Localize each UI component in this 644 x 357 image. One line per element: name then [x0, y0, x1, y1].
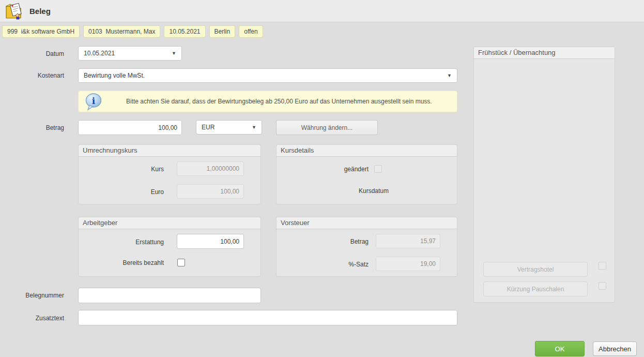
page-title: Beleg	[29, 0, 51, 22]
chevron-down-icon: ▼	[252, 125, 256, 130]
bereits-bezahlt-checkbox[interactable]	[177, 259, 185, 266]
context-tag-row: 999 i&k software GmbH 0103 Mustermann, M…	[2, 25, 263, 38]
side-panel-title: Frühstück / Übernachtung	[474, 47, 615, 59]
euro-input	[177, 184, 244, 199]
euro-label: Euro	[79, 188, 164, 196]
tag-city: Berlin	[209, 25, 236, 38]
kurs-label: Kurs	[79, 166, 164, 173]
vertragshotel-checkbox	[599, 262, 606, 270]
tag-date: 10.05.2021	[164, 25, 205, 38]
erstattung-label: Erstattung	[79, 239, 164, 246]
ok-button[interactable]: OK	[535, 341, 585, 356]
datum-dropdown[interactable]: 10.05.2021 ▼	[78, 46, 182, 61]
umrechnungskurs-group: Umrechnungskurs Kurs Euro	[78, 144, 261, 204]
title-bar: Beleg	[0, 0, 644, 22]
svg-text:i: i	[92, 96, 96, 106]
kursdetails-group: Kursdetails geändert Kursdatum	[276, 144, 457, 204]
vorsteuer-betrag-input	[376, 234, 440, 248]
bereits-bezahlt-label: Bereits bezahlt	[79, 259, 164, 266]
kostenart-value: Bewirtung volle MwSt.	[84, 72, 443, 79]
umrechnungskurs-title: Umrechnungskurs	[79, 145, 260, 157]
kursdetails-title: Kursdetails	[277, 145, 457, 157]
tag-company: 999 i&k software GmbH	[2, 25, 80, 38]
chevron-down-icon: ▼	[172, 51, 176, 56]
arbeitgeber-title: Arbeitgeber	[79, 217, 260, 229]
beleg-dialog: Beleg 999 i&k software GmbH 0103 Musterm…	[0, 0, 644, 357]
currency-value: EUR	[202, 124, 248, 131]
zusatztext-input[interactable]	[78, 310, 457, 325]
betrag-input[interactable]	[78, 120, 182, 135]
hint-box: i Bitte achten Sie darauf, dass der Bewi…	[78, 91, 457, 112]
chevron-down-icon: ▼	[447, 73, 452, 78]
kuerzung-pauschalen-button: Kürzung Pauschalen	[483, 281, 588, 296]
arbeitgeber-group: Arbeitgeber Erstattung Bereits bezahlt	[78, 217, 261, 277]
betrag-label: Betrag	[0, 124, 64, 131]
vertragshotel-button: Vertragshotel	[483, 262, 588, 277]
kostenart-dropdown[interactable]: Bewirtung volle MwSt. ▼	[78, 68, 457, 83]
belegnummer-input[interactable]	[78, 288, 261, 303]
kostenart-label: Kostenart	[0, 72, 64, 79]
datum-value: 10.05.2021	[84, 50, 167, 57]
cancel-button[interactable]: Abbrechen	[593, 341, 637, 356]
zusatztext-label: Zusatztext	[0, 315, 64, 322]
geaendert-label: geändert	[277, 166, 369, 173]
vorsteuer-satz-label: %-Satz	[277, 261, 369, 268]
vorsteuer-title: Vorsteuer	[277, 217, 457, 229]
hint-text: Bitte achten Sie darauf, dass der Bewirt…	[126, 91, 450, 112]
erstattung-input[interactable]	[177, 234, 244, 249]
vorsteuer-satz-input	[376, 257, 440, 271]
beleg-folder-icon	[5, 2, 25, 20]
tag-employee: 0103 Mustermann, Max	[83, 25, 160, 38]
change-currency-button[interactable]: Währung ändern...	[276, 120, 378, 135]
kurs-input	[177, 161, 244, 176]
geaendert-checkbox	[374, 165, 382, 173]
tag-status: offen	[239, 25, 263, 38]
kursdatum-label: Kursdatum	[277, 187, 389, 195]
fruehstueck-uebernachtung-panel: Frühstück / Übernachtung Vertragshotel K…	[473, 47, 615, 303]
vorsteuer-group: Vorsteuer Betrag %-Satz	[276, 217, 457, 277]
datum-label: Datum	[0, 50, 64, 57]
belegnummer-label: Belegnummer	[0, 292, 64, 299]
vorsteuer-betrag-label: Betrag	[277, 238, 369, 245]
kuerzung-pauschalen-checkbox	[599, 282, 606, 290]
info-icon: i	[84, 93, 103, 114]
currency-dropdown[interactable]: EUR ▼	[196, 120, 262, 135]
